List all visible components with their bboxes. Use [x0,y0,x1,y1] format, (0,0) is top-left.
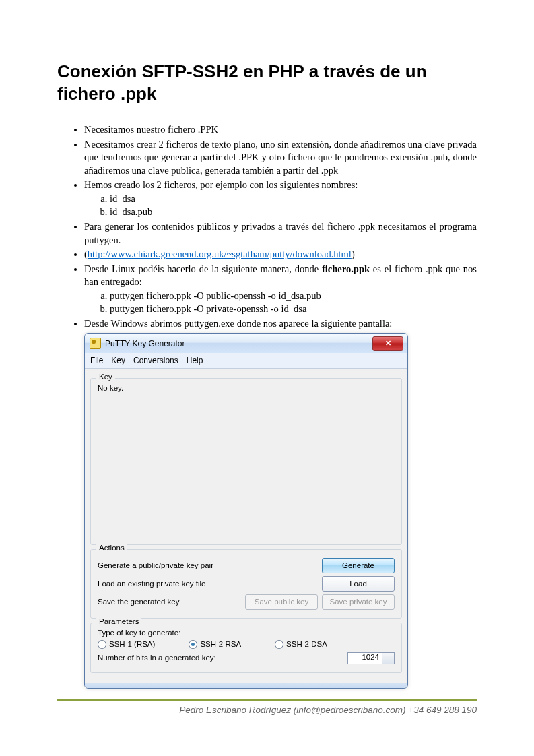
save-private-key-button[interactable]: Save private key [322,594,395,610]
group-title: Actions [96,544,127,553]
bits-input[interactable]: 1024 [347,652,395,664]
window-title: PuTTY Key Generator [105,340,185,348]
sub-item: puttygen fichero.ppk -O private-openssh … [110,303,477,316]
radio-ssh2-dsa[interactable]: SSH-2 DSA [275,640,327,649]
bullet-item: Desde Windows abrimos puttygen.exe donde… [84,317,477,331]
footer-text: Pedro Escribano Rodríguez (info@pedroesc… [57,705,477,715]
group-title: Parameters [96,618,141,626]
save-label: Save the generated key [98,598,179,606]
radio-label: SSH-2 RSA [200,641,241,649]
menu-conversions[interactable]: Conversions [133,356,178,365]
radio-icon [98,640,106,649]
bullet-item: Desde Linux podéis hacerlo de la siguien… [84,263,477,316]
type-label: Type of key to generate: [98,629,395,638]
load-button[interactable]: Load [322,576,395,592]
bits-label: Number of bits in a generated key: [98,654,216,662]
menu-help[interactable]: Help [187,356,203,365]
page-title: Conexión SFTP-SSH2 en PHP a través de un… [57,61,477,104]
radio-label: SSH-1 (RSA) [109,641,155,649]
nokey-label: No key. [98,384,395,393]
sub-list: puttygen fichero.ppk -O public-openssh -… [84,290,477,316]
sub-item: id_dsa.pub [110,206,477,219]
sub-item: puttygen fichero.ppk -O public-openssh -… [110,290,477,303]
menu-key[interactable]: Key [111,356,125,365]
titlebar: PuTTY Key Generator ✕ [85,334,407,353]
paren-close: ) [352,249,355,259]
close-button[interactable]: ✕ [372,336,403,351]
window-bottom-border [85,683,407,688]
main-bullet-list: Necesitamos nuestro fichero .PPK Necesit… [57,123,477,330]
footer-divider [57,699,477,701]
actions-group: Actions Generate a public/private key pa… [90,549,402,619]
radio-label: SSH-2 DSA [286,641,327,649]
close-icon: ✕ [385,340,391,347]
app-icon [90,338,101,349]
putty-window: PuTTY Key Generator ✕ File Key Conversio… [84,333,408,689]
save-public-key-button[interactable]: Save public key [245,594,318,610]
screenshot-figure: PuTTY Key Generator ✕ File Key Conversio… [84,333,477,689]
parameters-group: Parameters Type of key to generate: SSH-… [90,623,402,673]
generate-button[interactable]: Generate [322,558,395,573]
sub-item: id_dsa [110,193,477,206]
document-page: Conexión SFTP-SSH2 en PHP a través de un… [0,0,534,756]
radio-icon [275,640,283,649]
generate-label: Generate a public/private key pair [98,562,213,570]
menubar: File Key Conversions Help [85,353,407,369]
bullet-text: Hemos creado los 2 ficheros, por ejemplo… [84,179,358,190]
key-group: Key No key. [90,378,402,545]
radio-ssh2-rsa[interactable]: SSH-2 RSA [189,640,241,649]
bullet-item: Necesitamos crear 2 ficheros de texto pl… [84,138,477,178]
menu-file[interactable]: File [90,356,103,365]
radio-ssh1-rsa[interactable]: SSH-1 (RSA) [98,640,155,649]
bullet-item: Necesitamos nuestro fichero .PPK [84,123,477,137]
bullet-item: Para generar los contenidos públicos y p… [84,220,477,247]
bullet-item: Hemos creado los 2 ficheros, por ejemplo… [84,179,477,219]
download-link[interactable]: http://www.chiark.greenend.org.uk/~sgtat… [88,249,352,259]
load-label: Load an existing private key file [98,580,205,588]
bullet-item: (http://www.chiark.greenend.org.uk/~sgta… [84,248,477,261]
radio-icon [189,640,197,649]
bullet-text-pre: Desde Linux podéis hacerlo de la siguien… [84,263,322,274]
client-area: Key No key. Actions Generate a public/pr… [85,369,407,683]
bullet-text-bold: fichero.ppk [322,263,370,274]
group-title: Key [96,373,115,381]
sub-list: id_dsa id_dsa.pub [84,193,477,219]
